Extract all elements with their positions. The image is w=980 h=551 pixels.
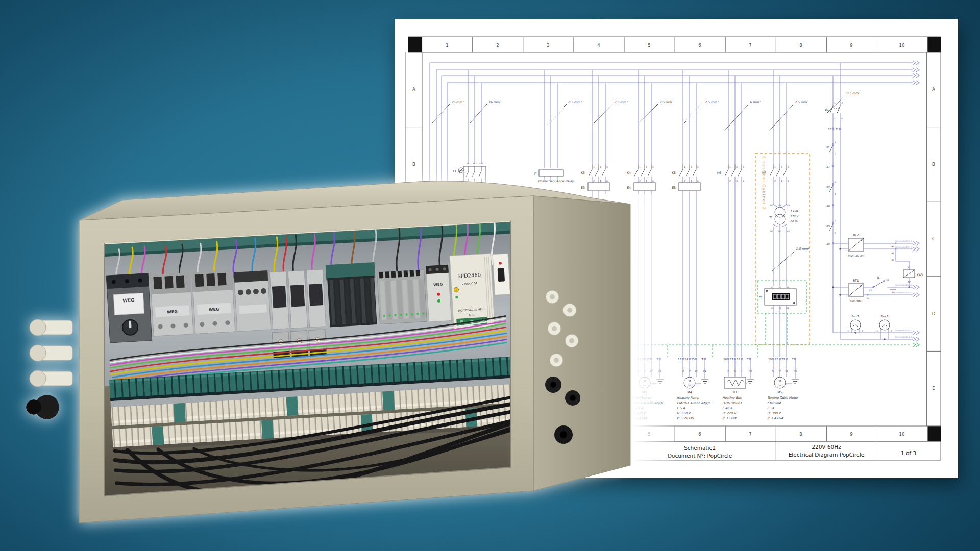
svg-text:I: 3A: I: 3A	[767, 406, 775, 410]
svg-text:1: 1	[593, 166, 595, 168]
svg-text:81: 81	[826, 146, 830, 149]
svg-text:2: 2	[891, 330, 892, 332]
svg-text:1: 1	[729, 166, 731, 168]
svg-text:4: 4	[736, 180, 738, 182]
svg-text:4: 4	[597, 43, 600, 48]
svg-text:CMP50M: CMP50M	[767, 401, 781, 405]
svg-text:I: 5 A: I: 5 A	[677, 406, 685, 410]
svg-text:KA3: KA3	[917, 273, 923, 277]
svg-text:27: 27	[826, 165, 830, 168]
device-interface-bank	[377, 269, 427, 324]
svg-text:60 Hz: 60 Hz	[790, 220, 799, 223]
svg-text:K6: K6	[717, 171, 721, 174]
svg-text:3: 3	[841, 102, 843, 104]
svg-text:V1: V1	[779, 286, 781, 288]
svg-text:16: 16	[886, 279, 889, 281]
svg-text:74: 74	[866, 297, 869, 300]
svg-text:5: 5	[648, 43, 650, 48]
svg-text:6: 6	[652, 180, 654, 182]
svg-text:U: 380 V: U: 380 V	[767, 411, 781, 415]
svg-text:K3: K3	[581, 171, 585, 174]
svg-text:18: 18	[892, 291, 895, 294]
device-motor-breaker: WEG	[106, 273, 152, 343]
svg-text:4: 4	[600, 180, 601, 182]
svg-text:MDR-20-24: MDR-20-24	[848, 254, 864, 257]
svg-text:R1: R1	[733, 390, 737, 394]
svg-text:J1: J1	[534, 172, 537, 176]
left-glands	[26, 319, 72, 419]
svg-text:6: 6	[788, 180, 789, 182]
scene: 1 2 3 4 5 6 7 8 9 10 5 6 7 8 9 10 A B C …	[0, 0, 980, 551]
cabinet-render: WEG WEG WEG	[26, 181, 630, 523]
svg-text:U2: U2	[770, 230, 773, 233]
svg-text:2: 2	[834, 117, 836, 120]
diagram-title: Electrical Diagram PopCircle	[789, 452, 865, 458]
svg-text:2.5 mm²: 2.5 mm²	[795, 100, 809, 104]
svg-text:91: 91	[891, 252, 894, 255]
brand-label: WEG	[209, 307, 219, 312]
page-number: 1 of 3	[901, 450, 916, 456]
svg-text:2: 2	[639, 180, 641, 182]
svg-text:Fan 1: Fan 1	[852, 315, 859, 318]
svg-text:6: 6	[698, 43, 701, 48]
svg-text:M5: M5	[777, 390, 782, 394]
svg-text:14: 14	[684, 358, 688, 361]
svg-text:K4: K4	[627, 171, 631, 174]
svg-text:31: 31	[835, 128, 839, 131]
svg-text:5: 5	[606, 166, 608, 168]
svg-text:2.5 mm²: 2.5 mm²	[659, 100, 674, 104]
svg-text:15: 15	[691, 358, 695, 361]
svg-text:Schematic2:E-1: Schematic2:E-1	[895, 291, 912, 294]
svg-text:P: 1.28 kW: P: 1.28 kW	[677, 416, 695, 420]
svg-text:W1: W1	[786, 286, 789, 288]
brand-label: WEG	[122, 297, 135, 303]
svg-text:A1: A1	[908, 266, 911, 269]
svg-text:6: 6	[743, 180, 744, 182]
svg-text:P: 1.4 kVA: P: 1.4 kVA	[767, 416, 783, 420]
svg-text:E4: E4	[627, 186, 631, 189]
svg-text:9: 9	[850, 432, 852, 437]
svg-text:SPD2460: SPD2460	[850, 299, 863, 303]
device-relay-bank	[326, 262, 378, 327]
svg-text:2: 2	[496, 43, 499, 48]
svg-text:82: 82	[826, 186, 830, 189]
svg-text:T: T	[701, 358, 704, 361]
svg-text:21: 21	[781, 358, 785, 361]
svg-text:9: 9	[850, 43, 852, 48]
cabinet-zone-label: Electrical Cabinet 2	[762, 156, 766, 210]
svg-text:Schematic2:A-1: Schematic2:A-1	[895, 284, 912, 286]
svg-text:3: 3	[646, 166, 647, 168]
svg-text:W2: W2	[786, 230, 790, 233]
svg-text:5/L3: 5/L3	[479, 163, 483, 165]
svg-text:3: 3	[781, 166, 782, 168]
svg-text:1.5 mm²: 1.5 mm²	[796, 247, 810, 251]
svg-text:U: 220 V: U: 220 V	[722, 411, 737, 415]
svg-text:M: M	[779, 380, 781, 383]
svg-text:7: 7	[749, 43, 751, 48]
svg-text:5: 5	[743, 166, 744, 168]
svg-text:2: 2	[862, 330, 863, 332]
svg-text:RT1: RT1	[853, 279, 859, 282]
svg-text:M: M	[689, 380, 691, 383]
svg-text:3: 3	[691, 166, 692, 168]
svg-text:1: 1	[446, 43, 448, 48]
svg-text:Phase Sequence Relay: Phase Sequence Relay	[538, 179, 574, 183]
svg-text:E5: E5	[672, 186, 676, 189]
svg-text:J1: J1	[876, 276, 879, 280]
svg-text:D1: D1	[825, 108, 829, 111]
svg-text:Schematic2:A-1: Schematic2:A-1	[895, 336, 912, 338]
svg-text:Heating Pump: Heating Pump	[677, 396, 700, 400]
svg-text:W1: W1	[786, 204, 790, 207]
svg-text:A: A	[412, 87, 415, 92]
corner-mark	[928, 426, 941, 441]
svg-text:1: 1	[876, 330, 878, 332]
svg-text:0.5 mm²: 0.5 mm²	[568, 100, 582, 104]
device-phase-monitor: WEG	[426, 265, 451, 322]
svg-text:Heating Box: Heating Box	[722, 396, 742, 400]
svg-text:1: 1	[835, 220, 836, 222]
svg-text:D: D	[932, 311, 936, 316]
svg-text:U: 220 V: U: 220 V	[677, 411, 691, 415]
svg-text:28: 28	[826, 204, 830, 207]
svg-text:2: 2	[684, 180, 685, 182]
device-mini-breaker	[493, 254, 510, 295]
